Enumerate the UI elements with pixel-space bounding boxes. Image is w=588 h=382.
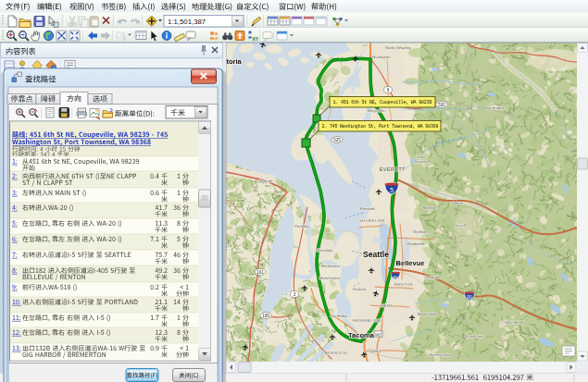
svg-text:530: 530 — [438, 103, 445, 107]
svg-text:Burlington: Burlington — [372, 55, 391, 59]
svg-text:1. 451 6th St NE, Coupeville,: 1. 451 6th St NE, Coupeville, WA 98239 — [333, 100, 432, 105]
svg-text:525: 525 — [333, 138, 341, 142]
svg-text:5: 5 — [390, 187, 394, 193]
svg-text:167: 167 — [375, 332, 382, 337]
svg-text:XY: XY — [253, 36, 259, 42]
svg-text:EVERETT: EVERETT — [380, 166, 406, 172]
svg-text:90: 90 — [394, 275, 398, 279]
svg-text:106: 106 — [262, 314, 269, 318]
svg-text:Maple Valley: Maple Valley — [418, 312, 439, 316]
svg-text:Bremerton: Bremerton — [321, 264, 341, 268]
svg-text:Stevens: Stevens — [415, 159, 428, 164]
svg-text:Sequim: Sequim — [259, 179, 273, 183]
svg-text:Poulsbo: Poulsbo — [294, 224, 309, 228]
svg-text:Puyallup: Puyallup — [367, 349, 382, 353]
svg-text:Woodinville: Woodinville — [407, 242, 424, 246]
svg-text:3: 3 — [294, 292, 296, 297]
svg-text:Duvall: Duvall — [455, 223, 465, 228]
svg-text:Gig Harbor: Gig Harbor — [331, 314, 348, 318]
svg-text:90: 90 — [467, 295, 472, 300]
svg-text:Redmond: Redmond — [413, 229, 429, 234]
svg-text:Manchester: Manchester — [319, 276, 341, 280]
svg-text:RENTON: RENTON — [394, 282, 413, 287]
svg-text:Vashon: Vashon — [353, 287, 367, 291]
svg-text:Issaquah: Issaquah — [425, 275, 440, 279]
svg-text:LAKEWOOD: LAKEWOOD — [322, 351, 347, 355]
svg-text:Bellevue: Bellevue — [396, 259, 425, 267]
svg-text:Bonney Lake: Bonney Lake — [430, 353, 450, 357]
svg-text:FEDERAL WAY: FEDERAL WAY — [353, 318, 383, 323]
svg-text:SHORELINE: SHORELINE — [359, 218, 385, 223]
svg-text:Enumclaw: Enumclaw — [466, 334, 483, 339]
svg-text:North Bend: North Bend — [505, 320, 523, 325]
svg-text:Silverdale: Silverdale — [316, 248, 333, 253]
svg-text:Sedro Woolley: Sedro Woolley — [385, 45, 412, 50]
svg-text:Seattle: Seattle — [363, 250, 389, 259]
svg-text:Monroe: Monroe — [423, 205, 437, 210]
svg-text:Tacoma: Tacoma — [348, 331, 375, 339]
svg-text:1:1,501,387: 1:1,501,387 — [168, 18, 206, 26]
svg-text:KENT: KENT — [382, 303, 394, 308]
svg-text:Marysville: Marysville — [367, 108, 385, 113]
svg-text:Edmonds: Edmonds — [360, 207, 375, 211]
svg-text:Sultan: Sultan — [452, 201, 464, 205]
svg-text:9: 9 — [387, 88, 390, 92]
svg-text:101: 101 — [256, 270, 264, 275]
svg-text:2. 745 Washington St, Port Tow: 2. 745 Washington St, Port Townsend, WA … — [322, 124, 439, 129]
svg-text:Darrington: Darrington — [486, 105, 506, 110]
